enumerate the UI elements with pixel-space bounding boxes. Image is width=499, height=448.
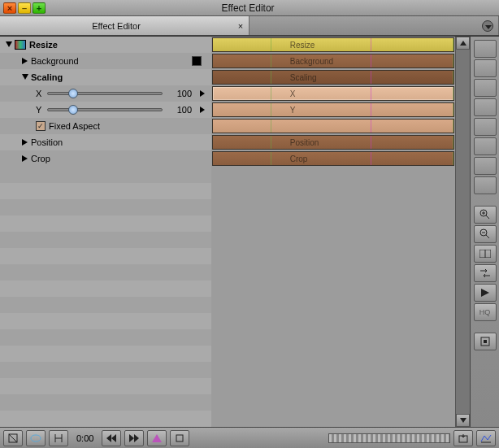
disclosure-down-icon[interactable]: [3, 41, 15, 48]
step-forward-button[interactable]: [124, 430, 144, 446]
loop-button[interactable]: [26, 430, 46, 446]
param-label: Resize: [29, 40, 58, 50]
param-row-x: X 100: [0, 85, 211, 102]
track-row[interactable]: Y: [212, 102, 454, 117]
slider-y-value[interactable]: 100: [167, 105, 192, 115]
hq-button[interactable]: HQ: [474, 303, 497, 321]
svg-marker-27: [111, 434, 116, 442]
tab-effect-editor[interactable]: Effect Editor ×: [0, 16, 250, 35]
side-tool-slot[interactable]: [474, 98, 497, 116]
disclosure-down-icon[interactable]: [20, 74, 31, 80]
svg-marker-5: [22, 139, 28, 146]
checkbox-fixed-aspect[interactable]: ✓: [36, 121, 46, 131]
play-button[interactable]: [474, 284, 497, 302]
svg-marker-30: [152, 434, 162, 442]
svg-rect-31: [176, 435, 183, 441]
keyframe-toggle-icon[interactable]: [197, 105, 208, 115]
svg-marker-7: [460, 41, 466, 46]
param-row-y: Y 100: [0, 102, 211, 118]
track-header[interactable]: Resize: [212, 37, 454, 52]
zoom-out-button[interactable]: [474, 225, 497, 243]
zoom-in-button[interactable]: [474, 206, 497, 224]
graph-view-button[interactable]: [476, 430, 496, 446]
stop-button[interactable]: [170, 430, 189, 446]
tab-menu-button[interactable]: [477, 20, 498, 32]
side-tool-slot[interactable]: [474, 137, 497, 155]
range-button[interactable]: [49, 430, 68, 446]
slider-x[interactable]: [47, 92, 163, 95]
param-row-crop[interactable]: Crop: [0, 150, 211, 167]
svg-marker-1: [22, 58, 28, 64]
tab-close-button[interactable]: ×: [232, 21, 249, 31]
window-title: Effect Editor: [46, 2, 450, 14]
svg-marker-29: [134, 434, 139, 442]
svg-marker-26: [106, 434, 111, 442]
swap-button[interactable]: [474, 264, 497, 282]
track-row[interactable]: Position: [212, 135, 454, 150]
tab-empty: [250, 16, 499, 35]
param-row-scaling[interactable]: Scaling: [0, 69, 211, 85]
param-row-position[interactable]: Position: [0, 134, 211, 150]
track-row[interactable]: Scaling: [212, 70, 454, 85]
svg-marker-0: [6, 41, 12, 47]
slider-x-value[interactable]: 100: [167, 89, 192, 98]
titlebar: × – + Effect Editor: [0, 0, 499, 16]
svg-rect-20: [484, 340, 487, 343]
resize-effect-icon: [15, 40, 26, 50]
window-maximize-button[interactable]: +: [33, 2, 46, 14]
effect-editor-window: × – + Effect Editor Effect Editor × Resi…: [0, 0, 499, 448]
vertical-scrollbar[interactable]: [455, 37, 470, 427]
scroll-up-icon[interactable]: [456, 37, 470, 50]
side-tool-slot[interactable]: [474, 40, 497, 58]
color-swatch[interactable]: [192, 56, 202, 66]
render-button[interactable]: [474, 333, 497, 350]
side-tool-slot[interactable]: [474, 79, 497, 97]
scroll-down-icon[interactable]: [456, 414, 470, 427]
tab-bar: Effect Editor ×: [0, 16, 499, 36]
timecode[interactable]: 0:00: [72, 433, 98, 443]
keyframe-toggle-icon[interactable]: [197, 89, 208, 98]
mark-in-button[interactable]: [3, 430, 23, 446]
window-close-button[interactable]: ×: [3, 2, 16, 14]
side-tool-slot[interactable]: [474, 176, 497, 194]
add-keyframe-button[interactable]: [147, 430, 167, 446]
param-tree: Resize Background Scaling X 100 Y: [0, 37, 211, 427]
param-row-fixed-aspect[interactable]: ✓ Fixed Aspect: [0, 118, 211, 134]
slider-y[interactable]: [47, 108, 163, 111]
disclosure-right-icon[interactable]: [20, 58, 31, 64]
svg-marker-2: [22, 74, 28, 80]
split-view-button[interactable]: [474, 245, 497, 263]
param-row-background[interactable]: Background: [0, 53, 211, 69]
side-tool-slot[interactable]: [474, 157, 497, 175]
side-tool-slot[interactable]: [474, 118, 497, 136]
track-row[interactable]: Background: [212, 54, 454, 68]
status-bar: 0:00: [0, 427, 499, 448]
step-back-button[interactable]: [102, 430, 121, 446]
render-progress: [328, 433, 450, 443]
disclosure-right-icon[interactable]: [20, 155, 31, 162]
param-row-resize[interactable]: Resize: [0, 37, 211, 53]
svg-marker-18: [481, 289, 489, 297]
track-area[interactable]: Resize Background Scaling X Y Position C…: [211, 37, 455, 427]
side-tool-slot[interactable]: [474, 59, 497, 77]
param-label: Fixed Aspect: [49, 121, 100, 131]
tab-label: Effect Editor: [0, 21, 232, 31]
param-label: Background: [31, 56, 79, 66]
svg-line-10: [486, 215, 489, 219]
disclosure-right-icon[interactable]: [20, 139, 31, 146]
track-row[interactable]: [212, 119, 454, 133]
track-row[interactable]: X: [212, 86, 454, 101]
param-label: X: [36, 89, 47, 98]
side-toolbar: HQ: [470, 37, 499, 427]
svg-marker-4: [200, 107, 205, 113]
track-row[interactable]: Crop: [212, 151, 454, 166]
svg-marker-6: [22, 155, 28, 162]
svg-marker-28: [129, 434, 134, 442]
scroll-track[interactable]: [456, 50, 470, 414]
save-preset-button[interactable]: [453, 430, 473, 446]
empty-rows: [0, 167, 211, 427]
param-label: Position: [31, 137, 63, 147]
param-label: Y: [36, 105, 47, 115]
window-minimize-button[interactable]: –: [18, 2, 31, 14]
param-label: Scaling: [31, 72, 63, 82]
